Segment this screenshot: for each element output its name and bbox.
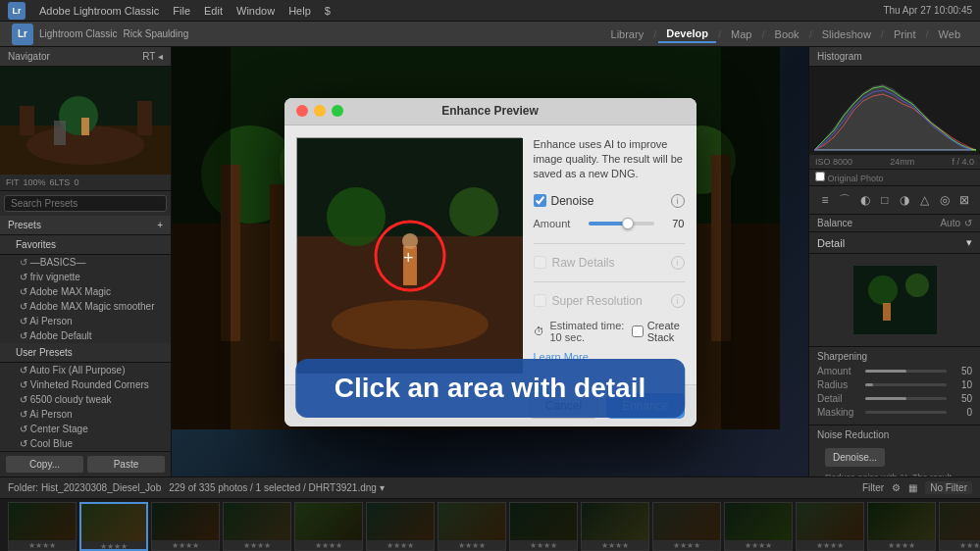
zoom-100[interactable]: 100% (24, 177, 46, 187)
favorites-header[interactable]: Favorites (0, 235, 171, 255)
film-thumb-2[interactable]: ★★★★ (79, 502, 148, 551)
preset-auto-fix[interactable]: ↺ Auto Fix (All Purpose) (12, 363, 171, 377)
menu-window[interactable]: Window (236, 5, 275, 17)
create-stack-checkbox[interactable] (632, 326, 644, 337)
film-thumb-5[interactable]: ★★★★ (294, 502, 363, 551)
menu-edit[interactable]: Edit (204, 5, 223, 17)
denoise-info-icon[interactable]: i (671, 194, 685, 208)
preset-max-magic[interactable]: ↺ Adobe MAX Magic (12, 284, 171, 299)
svg-rect-6 (54, 121, 66, 145)
film-thumb-10[interactable]: ★★★★ (652, 502, 721, 551)
module-web[interactable]: Web (931, 26, 968, 42)
sharp-detail-row: Detail 50 (817, 393, 972, 404)
preset-basics[interactable]: ↺ —BASICS— (12, 255, 171, 270)
original-photo-check[interactable] (815, 172, 825, 181)
film-thumb-12[interactable]: ★★★★ (796, 502, 864, 551)
search-presets-input[interactable] (4, 195, 167, 212)
preset-cool-blue[interactable]: ↺ Cool Blue (12, 436, 171, 451)
tool-color-icon[interactable]: □ (875, 190, 895, 210)
user-name-label: Rick Spaulding (123, 28, 188, 39)
preset-friv[interactable]: ↺ friv vignette (12, 270, 171, 284)
tool-lens-icon[interactable]: ◎ (935, 190, 954, 210)
module-develop[interactable]: Develop (658, 25, 716, 43)
film-thumb-3[interactable]: ★★★★ (151, 502, 220, 551)
dialog-preview-area[interactable]: + (296, 137, 522, 373)
film-thumb-6[interactable]: ★★★★ (366, 502, 435, 551)
tool-curves-icon[interactable]: ⌒ (835, 190, 854, 210)
svg-point-30 (332, 300, 489, 349)
sharp-masking-row: Masking 0 (817, 407, 972, 418)
tool-detail-icon[interactable]: △ (914, 190, 934, 210)
menu-bar-left: Lr Adobe Lightroom Classic File Edit Win… (8, 2, 883, 20)
menu-help[interactable]: Help (288, 5, 311, 17)
film-thumb-13[interactable]: ★★★★ (867, 502, 936, 551)
noise-reduction-title: Noise Reduction (817, 429, 972, 440)
zoom-custom[interactable]: 0 (74, 177, 78, 187)
balance-auto[interactable]: Auto (940, 218, 960, 228)
filmstrip: Folder: Hist_20230308_Diesel_Job 229 of … (0, 476, 980, 551)
paste-button[interactable]: Paste (87, 456, 165, 473)
sharp-detail-val: 50 (951, 393, 972, 404)
user-presets-header[interactable]: User Presets (0, 343, 171, 363)
hist-iso: ISO 8000 (815, 157, 852, 167)
tool-transform-icon[interactable]: ⊠ (954, 190, 974, 210)
sharp-amount-slider[interactable] (865, 370, 947, 373)
preset-icon-basics: ↺ (20, 257, 30, 268)
preview-image: + (297, 138, 521, 372)
denoise-checkbox[interactable] (534, 194, 546, 207)
menu-lightroom[interactable]: Adobe Lightroom Classic (39, 5, 159, 17)
film-thumb-14[interactable]: ★★★★ (939, 502, 980, 551)
menu-file[interactable]: File (173, 5, 190, 17)
detail-thumbnail (853, 266, 937, 334)
amount-slider-thumb[interactable] (622, 218, 634, 229)
svg-rect-39 (883, 303, 891, 321)
nav-bar: Lr Lightroom Classic Rick Spaulding Libr… (0, 22, 980, 47)
module-slideshow[interactable]: Slideshow (814, 26, 879, 42)
tool-hsl-icon[interactable]: ◐ (855, 190, 875, 210)
presets-add-icon[interactable]: + (157, 220, 163, 230)
module-map[interactable]: Map (723, 26, 759, 42)
film-thumb-1[interactable]: ★★★★ (8, 502, 77, 551)
film-thumb-7[interactable]: ★★★★ (438, 502, 506, 551)
preset-vinheted[interactable]: ↺ Vinheted Rounded Corners (12, 377, 171, 392)
preset-center-stage[interactable]: ↺ Center Stage (12, 422, 171, 436)
raw-details-row: Raw Details i (534, 256, 685, 270)
film-thumb-4[interactable]: ★★★★ (223, 502, 291, 551)
preset-max-magic-smooth[interactable]: ↺ Adobe MAX Magic smoother (12, 299, 171, 314)
denoise-button[interactable]: Denoise... (825, 448, 885, 467)
amount-label: Amount (534, 218, 583, 229)
preset-6500[interactable]: ↺ 6500 cloudy tweak (12, 392, 171, 407)
module-nav: Library / Develop / Map / Book / Slidesh… (603, 25, 968, 43)
film-thumb-9[interactable]: ★★★★ (581, 502, 649, 551)
filmstrip-count: 229 of 335 photos / 1 selected / DHRT392… (169, 482, 384, 493)
preset-adobe-default[interactable]: ↺ Adobe Default (12, 328, 171, 343)
click-hint-banner[interactable]: Click an area with detail (295, 359, 685, 418)
sharp-masking-val: 0 (951, 407, 972, 418)
tool-sliders-icon[interactable]: ≡ (815, 190, 835, 210)
presets-header[interactable]: Presets + (0, 216, 171, 235)
module-library[interactable]: Library (603, 26, 652, 42)
sharp-detail-slider[interactable] (865, 397, 947, 400)
zoom-fit[interactable]: FIT (6, 177, 20, 187)
nav-info-bar: FIT 100% 6LTS 0 (0, 175, 171, 191)
minimize-dot[interactable] (314, 105, 326, 117)
film-thumb-8[interactable]: ★★★★ (509, 502, 578, 551)
module-print[interactable]: Print (886, 26, 924, 42)
film-thumb-11[interactable]: ★★★★ (724, 502, 793, 551)
detail-expand-icon[interactable]: ▾ (966, 236, 972, 249)
nav-left: Lr Lightroom Classic Rick Spaulding (12, 24, 188, 45)
sharp-masking-slider[interactable] (865, 411, 947, 414)
module-book[interactable]: Book (767, 26, 807, 42)
preset-ai-person2[interactable]: ↺ Ai Person (12, 407, 171, 422)
zoom-6lts[interactable]: 6LTS (50, 177, 71, 187)
maximize-dot[interactable] (332, 105, 343, 117)
tool-split-tone-icon[interactable]: ◑ (895, 190, 914, 210)
preset-ai-person[interactable]: ↺ Ai Person (12, 314, 171, 328)
amount-slider-track[interactable] (589, 222, 654, 225)
close-dot[interactable] (296, 105, 308, 117)
filter-icon[interactable]: ⚙ (892, 482, 901, 493)
balance-reset[interactable]: ↺ (964, 218, 972, 228)
sharp-radius-slider[interactable] (865, 383, 947, 386)
grid-view-icon[interactable]: ▦ (908, 482, 917, 493)
copy-button[interactable]: Copy... (6, 456, 83, 473)
